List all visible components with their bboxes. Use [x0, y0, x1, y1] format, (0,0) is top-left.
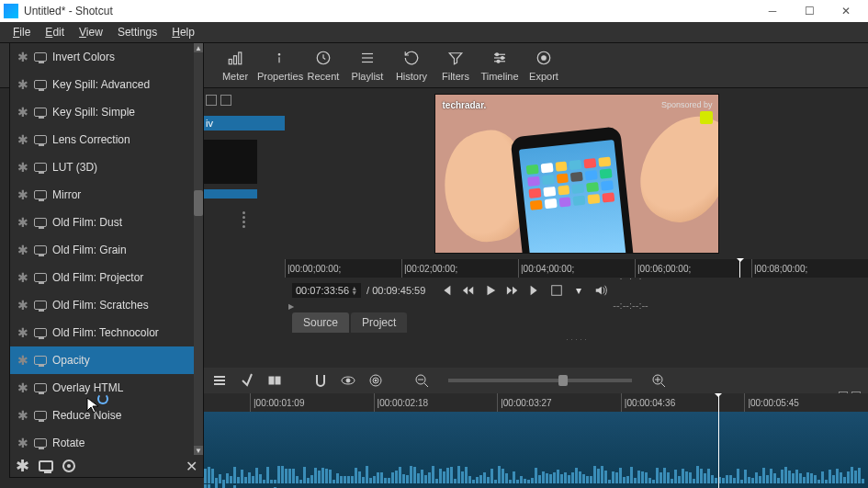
close-button[interactable]: ✕	[828, 1, 864, 21]
filter-item[interactable]: ✱Opacity	[10, 346, 203, 374]
filter-item[interactable]: ✱Old Film: Projector	[10, 264, 203, 291]
zoom-slider[interactable]	[448, 379, 632, 382]
filter-item[interactable]: ✱Old Film: Grain	[10, 236, 203, 264]
timecode-input[interactable]: 00:07:33:56▲▼	[292, 283, 361, 298]
svg-point-13	[502, 57, 504, 60]
maximize-button[interactable]: ☐	[791, 1, 828, 21]
filter-item[interactable]: ✱Key Spill: Advanced	[10, 71, 203, 98]
audio-filter-icon[interactable]	[62, 460, 75, 472]
snap-button[interactable]	[312, 372, 329, 389]
toolbar-meter[interactable]: Meter	[213, 49, 257, 82]
volume-button[interactable]	[594, 284, 607, 297]
toolbar-properties[interactable]: Properties	[257, 49, 301, 82]
play-button[interactable]	[484, 284, 497, 297]
video-filter-icon[interactable]	[39, 460, 53, 471]
filter-item[interactable]: ✱Key Spill: Simple	[10, 98, 203, 126]
video-icon	[34, 411, 47, 420]
filter-item[interactable]: ✱Old Film: Scratches	[10, 291, 203, 319]
menu-button[interactable]	[211, 372, 228, 389]
scrollbar-thumb[interactable]	[194, 190, 203, 216]
favorite-star-icon[interactable]: ✱	[17, 380, 28, 395]
menu-view[interactable]: View	[72, 23, 110, 41]
ripple-button[interactable]	[367, 372, 384, 389]
favorite-star-icon[interactable]: ✱	[17, 436, 28, 450]
favorite-star-icon[interactable]: ✱	[17, 187, 28, 202]
favorite-star-icon[interactable]: ✱	[17, 353, 28, 368]
cut-button[interactable]	[239, 372, 255, 389]
resize-handle[interactable]	[202, 211, 285, 228]
filter-item[interactable]: ✱Rotate	[10, 429, 203, 457]
menu-file[interactable]: File	[6, 23, 38, 41]
favorite-star-icon[interactable]: ✱	[17, 270, 28, 285]
timeline-playhead[interactable]	[718, 393, 719, 488]
filter-item[interactable]: ✱Reduce Noise	[10, 402, 203, 429]
tab-source[interactable]: Source	[292, 312, 349, 333]
player-panel: techradar. Sponsored by |00:00;00:00; |0…	[285, 88, 868, 364]
favorite-star-icon[interactable]: ✱	[17, 243, 28, 257]
panel-icon[interactable]	[220, 95, 231, 106]
video-preview[interactable]: techradar. Sponsored by	[434, 94, 719, 254]
scroll-down-button[interactable]: ▼	[194, 446, 203, 455]
menu-help[interactable]: Help	[164, 23, 202, 41]
trackager this[interactable]	[266, 372, 283, 389]
favorite-star-icon[interactable]: ✱	[17, 105, 28, 119]
filter-name: Old Film: Grain	[52, 244, 127, 256]
zoom-in-button[interactable]	[650, 372, 667, 389]
favorite-star-icon[interactable]: ✱	[17, 215, 28, 230]
favorites-filter-icon[interactable]: ✱	[16, 456, 29, 476]
close-filters-button[interactable]: ✕	[186, 458, 197, 475]
clip-thumbnail[interactable]	[202, 140, 257, 184]
drag-dots[interactable]: . . . . .	[285, 333, 868, 340]
playhead[interactable]	[739, 259, 740, 278]
toolbar-history[interactable]: History	[389, 49, 434, 82]
ruler-tick: |00:00;00:00;	[285, 259, 401, 278]
filter-item[interactable]: ✱Old Film: Dust	[10, 209, 203, 236]
toolbar-export[interactable]: Export	[522, 49, 566, 82]
filter-item[interactable]: ✱Invert Colors	[10, 43, 203, 71]
video-icon	[34, 301, 47, 310]
favorite-star-icon[interactable]: ✱	[17, 408, 28, 423]
video-icon	[34, 80, 47, 89]
panel-icon[interactable]	[206, 95, 217, 106]
menu-settings[interactable]: Settings	[110, 23, 164, 41]
toolbar-playlist[interactable]: Playlist	[345, 49, 389, 82]
favorite-star-icon[interactable]: ✱	[17, 77, 28, 92]
favorite-star-icon[interactable]: ✱	[17, 325, 28, 340]
favorite-star-icon[interactable]: ✱	[17, 50, 28, 64]
fast-forward-button[interactable]	[506, 284, 519, 297]
toolbar-filters[interactable]: Filters	[434, 49, 478, 82]
phone-image	[510, 126, 636, 254]
clip-bar[interactable]	[202, 189, 257, 199]
filter-item[interactable]: ✱Lens Correction	[10, 126, 203, 153]
favorite-star-icon[interactable]: ✱	[17, 298, 28, 312]
filter-name: Key Spill: Advanced	[52, 78, 150, 91]
favorite-star-icon[interactable]: ✱	[17, 132, 28, 147]
clip-filename[interactable]: iv	[202, 116, 285, 131]
toolbar-timeline[interactable]: Timeline	[478, 49, 522, 82]
filter-item[interactable]: ✱Mirror	[10, 181, 203, 209]
zoom-dropdown[interactable]: ▾	[572, 284, 585, 297]
timeline-ruler[interactable]: |00:00:01:09 |00:00:02:18 |00:00:03:27 |…	[204, 393, 868, 412]
tab-project[interactable]: Project	[351, 312, 407, 333]
filter-name: Old Film: Technocolor	[52, 326, 159, 339]
filter-item[interactable]: ✱Old Film: Technocolor	[10, 319, 203, 346]
rewind-button[interactable]	[462, 284, 475, 297]
filter-item[interactable]: ✱LUT (3D)	[10, 153, 203, 181]
skip-back-button[interactable]	[440, 284, 453, 297]
scrollbar[interactable]: ▲ ▼	[194, 43, 203, 455]
svg-point-27	[375, 380, 377, 381]
timeline-track[interactable]	[204, 412, 868, 488]
menu-edit[interactable]: Edit	[38, 23, 72, 41]
minimize-button[interactable]: ─	[754, 1, 791, 21]
skip-forward-button[interactable]	[528, 284, 541, 297]
scrub-button[interactable]	[340, 372, 356, 389]
toolbar-recent[interactable]: Recent	[301, 49, 345, 82]
zoom-out-button[interactable]	[413, 372, 430, 389]
video-overlay-sponsor: Sponsored by	[661, 100, 713, 109]
filters-dropdown: ✱Invert Colors✱Key Spill: Advanced✱Key S…	[9, 42, 204, 478]
favorite-star-icon[interactable]: ✱	[17, 160, 28, 175]
loop-button[interactable]	[550, 284, 563, 297]
player-ruler[interactable]: |00:00;00:00; |00:02;00:00; |00:04;00:00…	[285, 259, 868, 278]
scroll-up-button[interactable]: ▲	[194, 43, 203, 52]
filter-name: Old Film: Projector	[52, 271, 143, 284]
